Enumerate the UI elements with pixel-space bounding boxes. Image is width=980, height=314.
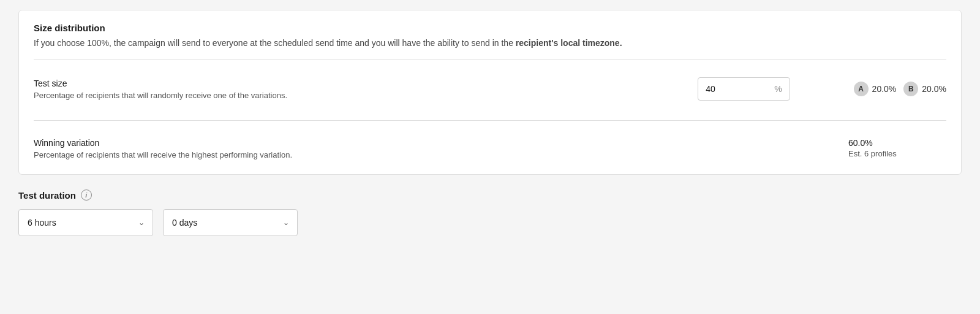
test-duration-title: Test duration — [18, 190, 76, 201]
description-text-start: If you choose 100%, the campaign will se… — [34, 38, 516, 48]
test-size-label-block: Test size Percentage of recipients that … — [34, 78, 683, 100]
winning-variation-label: Winning variation — [34, 138, 834, 148]
variation-badges: A 20.0% B 20.0% — [854, 82, 946, 96]
winning-profiles: Est. 6 profiles — [848, 149, 946, 158]
variation-a-value: 20.0% — [872, 84, 897, 94]
winning-values: 60.0% Est. 6 profiles — [848, 138, 946, 158]
days-dropdown[interactable]: 0 days 1 day 2 days 3 days 4 days 5 days… — [163, 209, 298, 236]
duration-dropdowns: 1 hour 2 hours 3 hours 4 hours 6 hours 8… — [18, 209, 962, 236]
winning-variation-row: Winning variation Percentage of recipien… — [34, 131, 946, 164]
variation-a-circle: A — [854, 82, 869, 96]
winning-variation-description: Percentage of recipients that will recei… — [34, 150, 834, 159]
test-size-input-wrapper: % — [698, 77, 790, 101]
info-icon[interactable]: i — [81, 190, 92, 201]
variation-b-value: 20.0% — [922, 84, 946, 94]
test-size-label: Test size — [34, 78, 683, 88]
test-duration-title-row: Test duration i — [18, 190, 962, 201]
test-size-unit: % — [772, 84, 789, 94]
test-size-description: Percentage of recipients that will rando… — [34, 91, 683, 100]
test-duration-section: Test duration i 1 hour 2 hours 3 hours 4… — [18, 190, 962, 236]
size-distribution-description: If you choose 100%, the campaign will se… — [34, 37, 946, 50]
divider-1 — [34, 59, 946, 60]
page-container: Size distribution If you choose 100%, th… — [18, 10, 962, 236]
variation-b-circle: B — [903, 82, 918, 96]
size-distribution-section: Size distribution If you choose 100%, th… — [18, 10, 962, 175]
description-text-bold: recipient's local timezone. — [516, 38, 622, 48]
test-size-row: Test size Percentage of recipients that … — [34, 70, 946, 110]
test-size-input[interactable] — [698, 84, 772, 94]
winning-label-block: Winning variation Percentage of recipien… — [34, 138, 834, 159]
divider-2 — [34, 120, 946, 121]
winning-percent: 60.0% — [848, 138, 946, 148]
days-dropdown-wrapper: 0 days 1 day 2 days 3 days 4 days 5 days… — [163, 209, 298, 236]
size-distribution-title: Size distribution — [34, 23, 946, 33]
hours-dropdown-wrapper: 1 hour 2 hours 3 hours 4 hours 6 hours 8… — [18, 209, 153, 236]
hours-dropdown[interactable]: 1 hour 2 hours 3 hours 4 hours 6 hours 8… — [18, 209, 153, 236]
variation-a-badge: A 20.0% — [854, 82, 897, 96]
variation-b-badge: B 20.0% — [903, 82, 946, 96]
